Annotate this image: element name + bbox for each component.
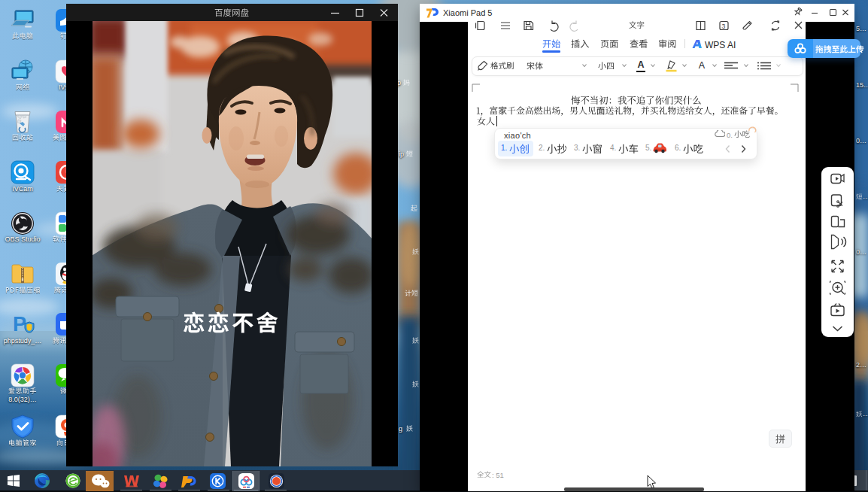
svg-text:3: 3 <box>722 23 726 30</box>
svg-text:P: P <box>13 313 26 336</box>
